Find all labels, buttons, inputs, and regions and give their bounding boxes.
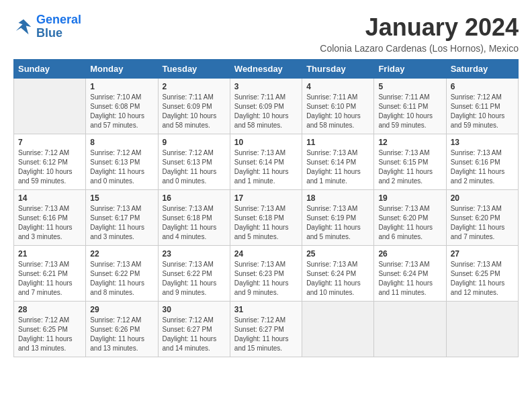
day-cell (14, 79, 86, 134)
day-info: Sunrise: 7:13 AM Sunset: 6:14 PM Dayligh… (306, 148, 369, 186)
day-number: 17 (234, 193, 298, 203)
day-number: 4 (306, 82, 369, 91)
header-cell-wednesday: Wednesday (230, 60, 302, 79)
header-cell-monday: Monday (86, 60, 158, 79)
logo-icon (13, 17, 34, 37)
header-cell-tuesday: Tuesday (158, 60, 230, 79)
day-cell: 22Sunrise: 7:13 AM Sunset: 6:22 PM Dayli… (86, 246, 158, 302)
week-row-3: 14Sunrise: 7:13 AM Sunset: 6:16 PM Dayli… (14, 190, 519, 246)
day-cell: 4Sunrise: 7:11 AM Sunset: 6:10 PM Daylig… (302, 79, 374, 134)
location-title: Colonia Lazaro Cardenas (Los Hornos), Me… (320, 43, 519, 54)
header-cell-saturday: Saturday (446, 60, 518, 79)
day-number: 28 (18, 305, 81, 314)
day-info: Sunrise: 7:13 AM Sunset: 6:15 PM Dayligh… (378, 148, 441, 186)
day-info: Sunrise: 7:13 AM Sunset: 6:14 PM Dayligh… (234, 148, 298, 186)
day-info: Sunrise: 7:13 AM Sunset: 6:23 PM Dayligh… (234, 260, 298, 298)
day-info: Sunrise: 7:13 AM Sunset: 6:24 PM Dayligh… (306, 260, 369, 298)
day-number: 2 (163, 82, 226, 91)
day-cell: 17Sunrise: 7:13 AM Sunset: 6:18 PM Dayli… (230, 190, 302, 246)
svg-marker-0 (16, 19, 32, 35)
day-number: 6 (451, 82, 514, 91)
day-number: 21 (18, 249, 81, 259)
day-info: Sunrise: 7:12 AM Sunset: 6:12 PM Dayligh… (18, 148, 81, 186)
day-number: 16 (163, 193, 226, 203)
day-number: 19 (378, 193, 441, 203)
day-info: Sunrise: 7:12 AM Sunset: 6:27 PM Dayligh… (163, 316, 226, 353)
header-cell-sunday: Sunday (14, 60, 86, 79)
day-cell: 3Sunrise: 7:11 AM Sunset: 6:09 PM Daylig… (230, 79, 302, 134)
day-cell: 1Sunrise: 7:10 AM Sunset: 6:08 PM Daylig… (86, 79, 158, 134)
week-row-4: 21Sunrise: 7:13 AM Sunset: 6:21 PM Dayli… (14, 246, 519, 302)
day-info: Sunrise: 7:13 AM Sunset: 6:18 PM Dayligh… (234, 204, 298, 242)
day-cell: 31Sunrise: 7:12 AM Sunset: 6:27 PM Dayli… (230, 302, 302, 357)
day-cell: 19Sunrise: 7:13 AM Sunset: 6:20 PM Dayli… (374, 190, 446, 246)
day-info: Sunrise: 7:11 AM Sunset: 6:11 PM Dayligh… (378, 93, 441, 130)
logo-line2: Blue (36, 26, 62, 40)
day-info: Sunrise: 7:11 AM Sunset: 6:09 PM Dayligh… (163, 93, 226, 130)
day-cell: 23Sunrise: 7:13 AM Sunset: 6:22 PM Dayli… (158, 246, 230, 302)
day-cell (302, 302, 374, 357)
day-info: Sunrise: 7:13 AM Sunset: 6:22 PM Dayligh… (90, 260, 153, 298)
day-number: 25 (306, 249, 369, 259)
month-title: January 2024 (320, 13, 519, 42)
day-cell: 14Sunrise: 7:13 AM Sunset: 6:16 PM Dayli… (14, 190, 86, 246)
day-number: 11 (306, 138, 369, 147)
logo-line1: General (36, 13, 81, 26)
day-cell: 16Sunrise: 7:13 AM Sunset: 6:18 PM Dayli… (158, 190, 230, 246)
day-number: 26 (378, 249, 441, 259)
day-cell: 24Sunrise: 7:13 AM Sunset: 6:23 PM Dayli… (230, 246, 302, 302)
week-row-1: 1Sunrise: 7:10 AM Sunset: 6:08 PM Daylig… (14, 79, 519, 134)
day-number: 22 (90, 249, 153, 259)
day-info: Sunrise: 7:13 AM Sunset: 6:22 PM Dayligh… (163, 260, 226, 298)
day-number: 3 (234, 82, 298, 91)
day-cell (374, 302, 446, 357)
day-info: Sunrise: 7:13 AM Sunset: 6:19 PM Dayligh… (306, 204, 369, 242)
day-info: Sunrise: 7:13 AM Sunset: 6:21 PM Dayligh… (18, 260, 81, 298)
day-number: 14 (18, 193, 81, 203)
day-number: 13 (451, 138, 514, 147)
day-number: 24 (234, 249, 298, 259)
day-info: Sunrise: 7:13 AM Sunset: 6:17 PM Dayligh… (90, 204, 153, 242)
day-info: Sunrise: 7:12 AM Sunset: 6:25 PM Dayligh… (18, 316, 81, 353)
page-container: General Blue January 2024 Colonia Lazaro… (13, 13, 519, 357)
logo: General Blue (13, 13, 81, 40)
day-number: 20 (451, 193, 514, 203)
day-cell: 29Sunrise: 7:12 AM Sunset: 6:26 PM Dayli… (86, 302, 158, 357)
week-row-2: 7Sunrise: 7:12 AM Sunset: 6:12 PM Daylig… (14, 134, 519, 190)
day-info: Sunrise: 7:13 AM Sunset: 6:18 PM Dayligh… (163, 204, 226, 242)
day-cell: 21Sunrise: 7:13 AM Sunset: 6:21 PM Dayli… (14, 246, 86, 302)
day-cell: 15Sunrise: 7:13 AM Sunset: 6:17 PM Dayli… (86, 190, 158, 246)
day-info: Sunrise: 7:10 AM Sunset: 6:08 PM Dayligh… (90, 93, 153, 130)
day-info: Sunrise: 7:13 AM Sunset: 6:20 PM Dayligh… (451, 204, 514, 242)
day-info: Sunrise: 7:13 AM Sunset: 6:20 PM Dayligh… (378, 204, 441, 242)
day-info: Sunrise: 7:12 AM Sunset: 6:11 PM Dayligh… (451, 93, 514, 130)
day-number: 30 (163, 305, 226, 314)
day-info: Sunrise: 7:11 AM Sunset: 6:10 PM Dayligh… (306, 93, 369, 130)
day-number: 5 (378, 82, 441, 91)
day-cell: 28Sunrise: 7:12 AM Sunset: 6:25 PM Dayli… (14, 302, 86, 357)
day-info: Sunrise: 7:12 AM Sunset: 6:26 PM Dayligh… (90, 316, 153, 353)
day-number: 7 (18, 138, 81, 147)
day-cell: 30Sunrise: 7:12 AM Sunset: 6:27 PM Dayli… (158, 302, 230, 357)
day-number: 8 (90, 138, 153, 147)
day-cell: 7Sunrise: 7:12 AM Sunset: 6:12 PM Daylig… (14, 134, 86, 190)
day-cell: 18Sunrise: 7:13 AM Sunset: 6:19 PM Dayli… (302, 190, 374, 246)
day-number: 15 (90, 193, 153, 203)
day-number: 29 (90, 305, 153, 314)
day-number: 12 (378, 138, 441, 147)
day-cell: 13Sunrise: 7:13 AM Sunset: 6:16 PM Dayli… (446, 134, 518, 190)
day-info: Sunrise: 7:13 AM Sunset: 6:16 PM Dayligh… (18, 204, 81, 242)
day-cell: 9Sunrise: 7:12 AM Sunset: 6:13 PM Daylig… (158, 134, 230, 190)
day-number: 10 (234, 138, 298, 147)
week-row-5: 28Sunrise: 7:12 AM Sunset: 6:25 PM Dayli… (14, 302, 519, 357)
day-number: 23 (163, 249, 226, 259)
day-cell: 6Sunrise: 7:12 AM Sunset: 6:11 PM Daylig… (446, 79, 518, 134)
day-info: Sunrise: 7:13 AM Sunset: 6:25 PM Dayligh… (451, 260, 514, 298)
day-cell: 27Sunrise: 7:13 AM Sunset: 6:25 PM Dayli… (446, 246, 518, 302)
day-number: 9 (163, 138, 226, 147)
day-info: Sunrise: 7:13 AM Sunset: 6:24 PM Dayligh… (378, 260, 441, 298)
day-cell (446, 302, 518, 357)
day-cell: 12Sunrise: 7:13 AM Sunset: 6:15 PM Dayli… (374, 134, 446, 190)
day-number: 27 (451, 249, 514, 259)
day-cell: 25Sunrise: 7:13 AM Sunset: 6:24 PM Dayli… (302, 246, 374, 302)
